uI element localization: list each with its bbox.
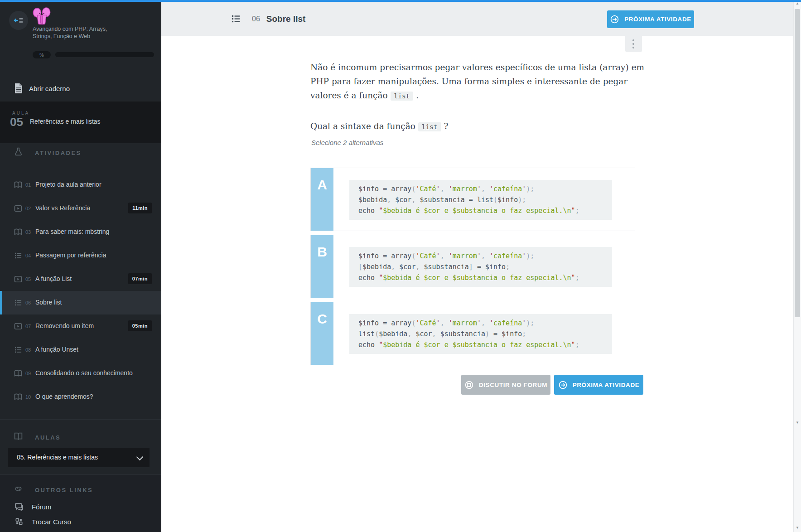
sidebar-activity-item[interactable]: 09 Consolidando o seu conhecimento	[0, 362, 161, 385]
activity-type-icon	[14, 369, 23, 378]
option-code-block: $info = array('Café', 'marrom', 'cafeína…	[349, 314, 612, 354]
activity-label: O que aprendemos?	[35, 393, 93, 400]
next-activity-label: PRÓXIMA ATIVIDADE	[573, 382, 640, 388]
activity-type-icon	[14, 392, 23, 401]
sidebar-activity-item[interactable]: 02 Valor vs Referência 11min	[0, 197, 161, 220]
scroll-down-arrow-inner[interactable]: ▼	[794, 421, 801, 425]
document-icon	[14, 83, 23, 93]
next-activity-label: PRÓXIMA ATIVIDADE	[624, 16, 691, 23]
scroll-up-arrow[interactable]: ▲	[794, 1, 801, 5]
activity-label: A função List	[35, 275, 72, 282]
grid-icon	[14, 517, 24, 526]
next-activity-button-top[interactable]: PRÓXIMA ATIVIDADE	[607, 10, 694, 28]
activity-label: A função Unset	[35, 346, 78, 353]
activity-header: 06 Sobre list PRÓXIMA ATIVIDADE	[161, 2, 793, 36]
lesson-title: Referências e mais listas	[30, 118, 101, 125]
course-sidebar: Avançando com PHP: Arrays, Strings, Funç…	[0, 2, 161, 532]
sidebar-activity-item[interactable]: 06 Sobre list	[0, 291, 161, 314]
activity-label: Valor vs Referência	[35, 204, 90, 212]
top-accent-bar	[0, 0, 801, 2]
chevron-down-icon	[136, 454, 144, 461]
course-progress-bar	[55, 52, 154, 57]
activity-label: Consolidando o seu conhecimento	[35, 369, 133, 377]
activity-type-icon	[14, 298, 23, 307]
lessons-header: AULAS	[35, 434, 61, 441]
option-code-block: $info = array('Café', 'marrom', 'cafeína…	[349, 180, 612, 220]
activity-number: 05	[25, 276, 31, 282]
other-links-header: OUTROS LINKS	[35, 487, 93, 493]
select-instruction: Selecione 2 alternativas	[311, 139, 383, 146]
open-notebook-label: Abrir caderno	[29, 85, 70, 92]
discuss-forum-label: DISCUTIR NO FORUM	[479, 382, 547, 388]
arrow-right-circle-icon	[558, 380, 568, 390]
sidebar-activity-item[interactable]: 07 Removendo um item 05min	[0, 314, 161, 338]
footer-buttons: DISCUTIR NO FORUM PRÓXIMA ATIVIDADE	[461, 375, 643, 395]
question-paragraph-2: Qual a sintaxe da função list ?	[310, 121, 668, 131]
activity-type-icon	[14, 180, 23, 189]
scroll-down-arrow[interactable]: ▼	[794, 526, 801, 530]
activities-header: ATIVIDADES	[35, 150, 82, 156]
sidebar-activity-item[interactable]: 10 O que aprendemos?	[0, 385, 161, 409]
sidebar-activity-item[interactable]: 01 Projeto da aula anterior	[0, 173, 161, 197]
change-course-label: Trocar Curso	[32, 518, 71, 526]
activity-number: 02	[25, 206, 31, 211]
sidebar-activity-item[interactable]: 08 A função Unset	[0, 338, 161, 362]
inline-code-chip: list	[418, 122, 441, 131]
activity-number: 06	[252, 15, 260, 23]
change-course-link[interactable]: Trocar Curso	[0, 515, 161, 530]
activity-type-icon	[14, 251, 23, 260]
option-code-block: $info = array('Café', 'marrom', 'cafeína…	[349, 247, 612, 287]
flask-icon	[14, 147, 23, 158]
collapse-sidebar-button[interactable]	[9, 11, 28, 30]
scrollbar-thumb[interactable]	[795, 9, 800, 317]
sidebar-activity-item[interactable]: 03 Para saber mais: mbstring	[0, 220, 161, 244]
next-activity-button-bottom[interactable]: PRÓXIMA ATIVIDADE	[554, 375, 643, 395]
activity-number: 06	[25, 300, 31, 305]
activity-duration-badge: 05min	[128, 320, 152, 331]
option-letter: C	[311, 302, 333, 365]
sidebar-activity-item[interactable]: 04 Passagem por referência	[0, 244, 161, 267]
list-activity-icon	[231, 14, 241, 24]
option-letter: A	[311, 168, 333, 231]
inline-code-chip: list	[391, 92, 414, 101]
page-scrollbar[interactable]: ▲ ▼ ▼	[793, 0, 801, 532]
answer-option-card[interactable]: A $info = array('Café', 'marrom', 'cafeí…	[310, 168, 635, 231]
main-content: 06 Sobre list PRÓXIMA ATIVIDADE Não é in…	[161, 2, 793, 532]
option-letter: B	[311, 235, 333, 298]
progress-percent-badge: %	[33, 51, 51, 58]
open-notebook-link[interactable]: Abrir caderno	[0, 78, 161, 99]
more-options-button[interactable]	[625, 36, 642, 52]
activity-number: 09	[25, 371, 31, 376]
answer-options: A $info = array('Café', 'marrom', 'cafeí…	[310, 168, 635, 369]
activity-number: 08	[25, 347, 31, 353]
lessons-section: AULAS 05. Referências e mais listas	[0, 419, 161, 475]
chat-icon	[14, 502, 24, 511]
activity-type-icon	[14, 204, 23, 213]
activity-label: Para saber mais: mbstring	[35, 228, 109, 235]
other-links-section: OUTROS LINKS Fórum Trocar Curso	[0, 474, 161, 532]
activity-duration-badge: 11min	[128, 203, 152, 213]
activity-number: 04	[25, 253, 31, 258]
activity-title: Sobre list	[266, 14, 306, 24]
activity-label: Sobre list	[35, 299, 62, 306]
activity-number: 03	[25, 229, 31, 235]
activity-label: Passagem por referência	[35, 251, 106, 259]
lesson-dropdown-value: 05. Referências e mais listas	[17, 454, 98, 461]
lesson-dropdown[interactable]: 05. Referências e mais listas	[8, 448, 150, 467]
page: Avançando com PHP: Arrays, Strings, Funç…	[0, 0, 801, 532]
activity-type-icon	[14, 322, 23, 331]
forum-link[interactable]: Fórum	[0, 500, 161, 515]
collapse-arrow-icon	[13, 15, 24, 26]
activity-duration-badge: 07min	[128, 273, 152, 284]
activity-type-icon	[14, 345, 23, 354]
arrow-right-circle-icon	[610, 15, 619, 24]
answer-option-card[interactable]: C $info = array('Café', 'marrom', 'cafeí…	[310, 302, 635, 365]
activities-list: 01 Projeto da aula anterior 02 Valor vs …	[0, 173, 161, 409]
current-lesson-banner[interactable]: AULA 05 Referências e mais listas	[0, 102, 161, 143]
answer-option-card[interactable]: B $info = array('Café', 'marrom', 'cafeí…	[310, 235, 635, 298]
activity-type-icon	[14, 227, 23, 237]
sidebar-activity-item[interactable]: 05 A função List 07min	[0, 267, 161, 291]
activity-number: 10	[25, 394, 31, 400]
activity-title-group: 06 Sobre list	[231, 2, 305, 36]
discuss-forum-button[interactable]: DISCUTIR NO FORUM	[461, 375, 550, 395]
